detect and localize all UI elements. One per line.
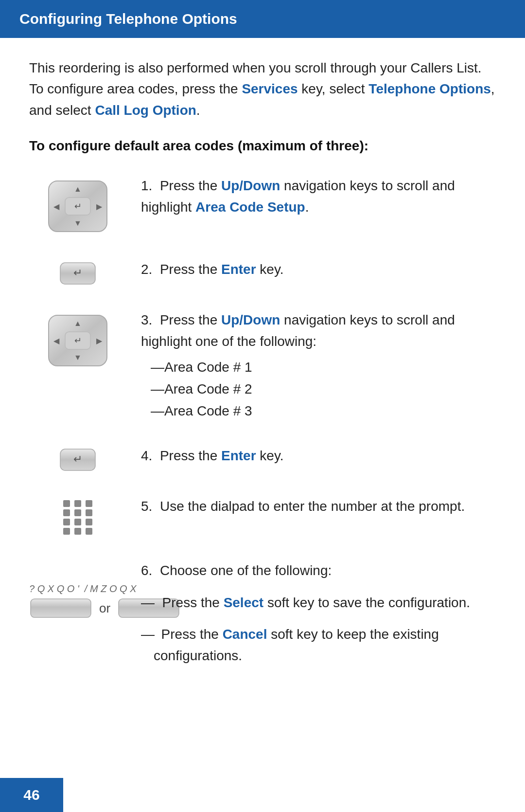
step-2-prefix: Press the [160,262,221,277]
step-6-image: ? Q X Q O ' / M Z O Q X [29,560,126,619]
svg-rect-18 [63,500,70,507]
svg-rect-27 [63,528,70,535]
step-4-number: 4. [141,448,160,463]
step-4-suffix: key. [256,448,284,463]
services-link: Services [242,81,298,96]
nav-key-icon-1: ↵ ▲ ▼ ◀ ▶ [44,177,112,235]
step-2-text: 2. Press the Enter key. [126,259,496,280]
section-heading: To configure default area codes (maximum… [29,138,496,154]
page-number: 46 [23,787,39,803]
step-3-text: 3. Press the Up/Down navigation keys to … [126,309,496,422]
svg-text:↵: ↵ [74,201,82,211]
step-1-image: ↵ ▲ ▼ ◀ ▶ [29,175,126,235]
svg-text:▶: ▶ [96,202,103,211]
step-2-number: 2. [141,262,160,277]
svg-rect-19 [74,500,81,507]
svg-rect-22 [74,509,81,516]
svg-text:▼: ▼ [74,219,82,227]
step-2-enter-link: Enter [221,262,256,277]
header-bar: Configuring Telephone Options [0,0,525,38]
step-5-content: Use the dialpad to enter the number at t… [160,499,465,514]
step-5-row: 5. Use the dialpad to enter the number a… [29,496,496,537]
step-1-prefix: Press the [160,178,221,193]
svg-rect-20 [86,500,92,507]
svg-rect-26 [86,519,92,525]
select-softkey-button[interactable] [29,597,92,619]
steps-container: ↵ ▲ ▼ ◀ ▶ 1. Press the Up/Down navigatio… [29,175,496,700]
step-2-row: ↵ 2. Press the Enter key. [29,259,496,286]
svg-text:↵: ↵ [73,453,82,465]
step-4-enter-link: Enter [221,448,256,463]
svg-rect-28 [74,528,81,535]
svg-rect-23 [86,509,92,516]
intro-text-4: . [196,103,200,118]
step-2-image: ↵ [29,259,126,286]
step-1-text: 1. Press the Up/Down navigation keys to … [126,175,496,217]
enter-key-icon-2: ↵ [58,447,97,472]
telephone-options-link: Telephone Options [368,81,490,96]
svg-text:◀: ◀ [53,337,60,345]
step-2-suffix: key. [256,262,284,277]
step-6-row: ? Q X Q O ' / M Z O Q X [29,560,496,677]
step-3-row: ↵ ▲ ▼ ◀ ▶ 3. Press the Up/Down navigatio… [29,309,496,422]
svg-text:▼: ▼ [74,353,82,361]
step-6-text: 6. Choose one of the following: — Press … [126,560,496,677]
call-log-option-link: Call Log Option [95,103,196,118]
svg-text:↵: ↵ [73,267,82,279]
step-4-text: 4. Press the Enter key. [126,445,496,466]
step-6-bullet-2: — Press the Cancel soft key to keep the … [141,624,496,666]
enter-key-icon-1: ↵ [58,261,97,286]
step-1-areacode-link: Area Code Setup [195,199,305,215]
or-label: or [99,601,110,616]
svg-rect-24 [63,519,70,525]
svg-text:◀: ◀ [53,202,60,211]
step-5-number: 5. [141,499,160,514]
step-1-number: 1. [141,178,160,193]
svg-text:▲: ▲ [74,185,82,193]
step-5-text: 5. Use the dialpad to enter the number a… [126,496,496,517]
svg-text:▲: ▲ [74,319,82,327]
area-code-3-item: Area Code # 3 [151,400,496,422]
dialpad-icon [58,498,97,537]
step-3-image: ↵ ▲ ▼ ◀ ▶ [29,309,126,370]
step-6-bullet-1-text: Press the Select soft key to save the co… [155,592,470,613]
svg-rect-29 [86,528,92,535]
step-6-number: 6. [141,563,160,578]
area-code-1-item: Area Code # 1 [151,357,496,379]
svg-text:▶: ▶ [96,337,103,345]
step-3-sublist: Area Code # 1 Area Code # 2 Area Code # … [141,357,496,422]
step-1-row: ↵ ▲ ▼ ◀ ▶ 1. Press the Up/Down navigatio… [29,175,496,235]
step-4-image: ↵ [29,445,126,472]
step-1-updown-link: Up/Down [221,178,280,193]
svg-rect-25 [74,519,81,525]
area-code-2-item: Area Code # 2 [151,379,496,400]
step-3-prefix: Press the [160,312,221,327]
intro-text-2: key, select [298,81,369,96]
step-4-row: ↵ 4. Press the Enter key. [29,445,496,472]
svg-text:↵: ↵ [74,336,82,345]
svg-rect-30 [31,599,91,617]
page-footer: 46 [0,778,63,812]
step-4-prefix: Press the [160,448,221,463]
step-5-image [29,496,126,537]
step-3-updown-link: Up/Down [221,312,280,327]
step-6-bullet-1: — Press the Select soft key to save the … [141,592,496,613]
step-6-intro: Choose one of the following: [160,563,332,578]
main-content: This reordering is also performed when y… [0,57,525,749]
step-3-number: 3. [141,312,160,327]
select-link: Select [224,595,264,610]
intro-paragraph: This reordering is also performed when y… [29,57,496,121]
step-6-bullet-2-text: Press the Cancel soft key to keep the ex… [154,624,496,666]
cancel-link: Cancel [223,627,267,642]
svg-rect-21 [63,509,70,516]
step-1-end: . [305,199,309,215]
header-title: Configuring Telephone Options [19,11,237,27]
nav-key-icon-2: ↵ ▲ ▼ ◀ ▶ [44,311,112,370]
